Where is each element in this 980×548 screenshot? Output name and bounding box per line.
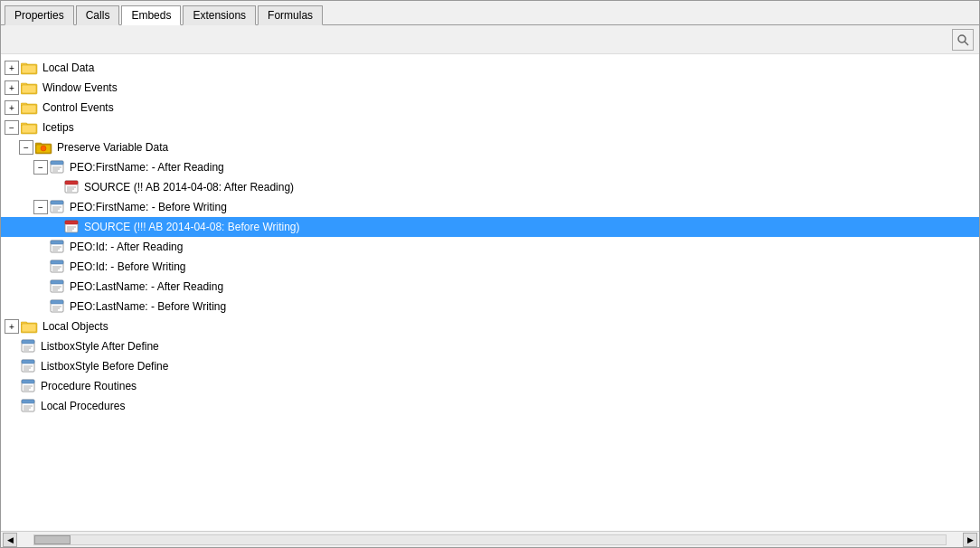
svg-rect-29: [51, 201, 63, 204]
svg-rect-10: [22, 105, 36, 113]
expand-btn-control-events[interactable]: +: [5, 100, 19, 115]
tree-row-icetips[interactable]: − Icetips: [1, 118, 979, 137]
expand-btn-preserve-variable-data[interactable]: −: [19, 140, 33, 155]
svg-rect-24: [65, 181, 78, 184]
svg-rect-72: [22, 380, 34, 383]
search-button[interactable]: [952, 29, 974, 51]
svg-point-17: [41, 146, 46, 151]
scroll-right[interactable]: ▶: [963, 533, 977, 547]
expand-btn-icetips[interactable]: −: [5, 120, 19, 135]
main-container: PropertiesCallsEmbedsExtensionsFormulas …: [0, 0, 980, 548]
svg-line-1: [965, 42, 968, 45]
embed-icon: [50, 279, 66, 294]
svg-rect-77: [22, 400, 34, 403]
spacer: [33, 279, 48, 294]
tree-row-peo-lastname-before[interactable]: PEO:LastName: - Before Writing: [1, 297, 979, 317]
node-label-preserve-variable-data: Preserve Variable Data: [57, 141, 168, 154]
embed-icon: [21, 399, 37, 413]
folder-icon: [21, 80, 39, 95]
node-label-peo-id-after: PEO:Id: - After Reading: [70, 241, 183, 253]
spacer: [33, 260, 48, 274]
embed-icon: [50, 240, 66, 254]
spacer: [33, 240, 48, 254]
node-label-source-before: SOURCE (!!! AB 2014-04-08: Before Writin…: [84, 221, 300, 233]
embed-icon: [21, 359, 37, 373]
tab-properties[interactable]: Properties: [5, 5, 74, 25]
spacer: [5, 399, 19, 413]
node-label-listboxstyle-after: ListboxStyle After Define: [41, 340, 159, 353]
tree-row-local-data[interactable]: + Local Data: [1, 58, 979, 78]
svg-rect-62: [22, 340, 34, 344]
expand-btn-peo-firstname-after[interactable]: −: [33, 160, 48, 175]
spacer: [5, 359, 19, 373]
node-label-control-events: Control Events: [42, 101, 114, 114]
source-icon: [64, 220, 80, 234]
tree-row-peo-lastname-after[interactable]: PEO:LastName: - After Reading: [1, 277, 979, 297]
folder-icon: [21, 100, 39, 115]
expand-btn-local-objects[interactable]: +: [5, 319, 19, 334]
node-label-listboxstyle-before: ListboxStyle Before Define: [41, 360, 168, 373]
line-spacer: [48, 180, 62, 194]
svg-rect-4: [22, 65, 36, 73]
tree-row-local-objects[interactable]: + Local Objects: [1, 317, 979, 336]
node-label-local-data: Local Data: [42, 61, 94, 74]
node-label-peo-lastname-after: PEO:LastName: - After Reading: [70, 280, 223, 293]
tree-row-peo-id-after[interactable]: PEO:Id: - After Reading: [1, 237, 979, 257]
embed-icon: [21, 379, 37, 393]
tree-row-procedure-routines[interactable]: Procedure Routines: [1, 376, 979, 396]
node-label-local-objects: Local Objects: [42, 320, 108, 333]
svg-point-0: [958, 35, 966, 43]
folder-special-icon: [35, 140, 53, 155]
embed-icon: [50, 260, 66, 274]
tree-row-local-procedures[interactable]: Local Procedures: [1, 396, 979, 416]
scroll-track: [33, 534, 947, 545]
node-label-peo-firstname-before: PEO:FirstName: - Before Writing: [70, 201, 227, 213]
spacer: [5, 339, 19, 354]
tab-extensions[interactable]: Extensions: [183, 5, 256, 25]
tree-area[interactable]: + Local Data+ Window Events+ Control Eve…: [1, 54, 979, 531]
folder-icon: [21, 61, 39, 75]
tree-row-listboxstyle-before[interactable]: ListboxStyle Before Define: [1, 356, 979, 376]
tree-row-peo-id-before[interactable]: PEO:Id: - Before Writing: [1, 257, 979, 277]
svg-rect-19: [51, 161, 63, 165]
svg-rect-67: [22, 360, 34, 364]
embed-icon: [50, 160, 66, 175]
expand-btn-peo-firstname-before[interactable]: −: [33, 200, 48, 214]
tree-row-preserve-variable-data[interactable]: − Preserve Variable Data: [1, 137, 979, 157]
svg-rect-60: [22, 324, 36, 332]
svg-rect-39: [51, 241, 63, 244]
spacer: [5, 379, 19, 393]
scroll-thumb[interactable]: [34, 535, 71, 544]
folder-icon: [21, 120, 39, 135]
tab-embeds[interactable]: Embeds: [121, 5, 181, 25]
folder-icon: [21, 319, 39, 334]
tree-row-listboxstyle-after[interactable]: ListboxStyle After Define: [1, 336, 979, 356]
spacer: [33, 299, 48, 314]
tab-formulas[interactable]: Formulas: [258, 5, 323, 25]
source-icon: [64, 180, 80, 194]
tree-row-peo-firstname-after[interactable]: − PEO:FirstName: - After Reading: [1, 157, 979, 177]
tree-row-window-events[interactable]: + Window Events: [1, 78, 979, 98]
node-label-peo-firstname-after: PEO:FirstName: - After Reading: [70, 161, 224, 174]
svg-rect-34: [65, 221, 78, 224]
svg-rect-49: [51, 280, 63, 284]
tree-row-source-before[interactable]: SOURCE (!!! AB 2014-04-08: Before Writin…: [1, 217, 979, 237]
scrollbar-area: ◀ ▶: [1, 531, 979, 547]
svg-rect-13: [22, 125, 36, 133]
expand-btn-window-events[interactable]: +: [5, 80, 19, 95]
tree-row-peo-firstname-before[interactable]: − PEO:FirstName: - Before Writing: [1, 197, 979, 217]
svg-rect-7: [22, 85, 36, 93]
embed-icon: [50, 299, 66, 314]
svg-rect-44: [51, 260, 63, 264]
toolbar: [1, 25, 979, 54]
svg-rect-54: [51, 300, 63, 304]
tab-calls[interactable]: Calls: [76, 5, 120, 25]
scroll-left[interactable]: ◀: [3, 533, 17, 547]
embed-icon: [50, 200, 66, 214]
embed-icon: [21, 339, 37, 354]
expand-btn-local-data[interactable]: +: [5, 61, 19, 75]
node-label-icetips: Icetips: [42, 121, 74, 134]
tree-row-control-events[interactable]: + Control Events: [1, 98, 979, 118]
node-label-local-procedures: Local Procedures: [41, 400, 125, 412]
tree-row-source-after[interactable]: SOURCE (!! AB 2014-04-08: After Reading): [1, 177, 979, 197]
